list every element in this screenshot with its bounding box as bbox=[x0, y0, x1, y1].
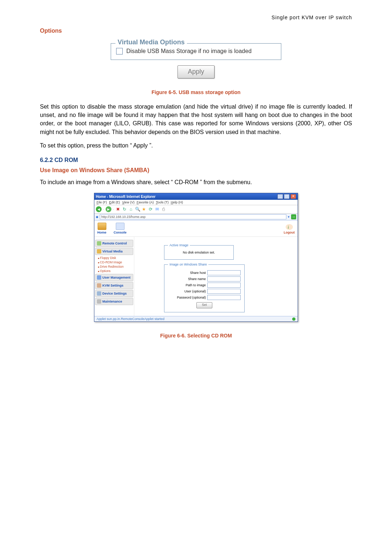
mail-icon[interactable]: ✉ bbox=[155, 207, 160, 212]
address-input[interactable]: http://192.168.10.23/home.asp bbox=[100, 214, 286, 219]
virtual-media-options-fieldset: Virtual Media Options Disable USB Mass S… bbox=[111, 43, 281, 60]
status-dot-icon bbox=[292, 317, 295, 321]
active-image-fieldset: Active Image No disk emulation set. bbox=[164, 243, 234, 260]
maintenance-icon bbox=[97, 299, 101, 304]
ie-toolbar: ◄· ►· ✖ ↻ ⌂ 🔍 ★ ⟳ ✉ ⎙ bbox=[94, 205, 298, 214]
sidebar-sub-options[interactable]: Options bbox=[95, 269, 133, 273]
path-input[interactable] bbox=[207, 283, 241, 288]
sidebar-item-remote-control[interactable]: Remote Control bbox=[95, 240, 133, 247]
paragraph-1: Set this option to disable the mass stor… bbox=[40, 102, 352, 136]
home-icon[interactable]: ⌂ bbox=[128, 207, 134, 212]
figure-6-5-caption: Figure 6-5. USB mass storage option bbox=[40, 89, 352, 95]
user-label: User (optional) bbox=[184, 289, 206, 293]
paragraph-3: To include an image from a Windows share… bbox=[40, 178, 352, 186]
back-icon[interactable]: ◄ bbox=[96, 206, 102, 212]
heading-622: 6.2.2 CD ROM bbox=[40, 157, 352, 163]
user-mgmt-icon bbox=[97, 275, 101, 280]
active-image-msg: No disk emulation set. bbox=[168, 250, 230, 256]
heading-samba: Use Image on Windows Share (SAMBA) bbox=[40, 167, 352, 174]
remote-control-icon bbox=[97, 241, 101, 246]
menu-help[interactable]: Help (H) bbox=[171, 200, 183, 204]
status-text: Applet sun.pp.in.RemoteConsoleApplet sta… bbox=[97, 317, 164, 321]
sidebar-sub-cdrom[interactable]: CD-ROM Image bbox=[95, 260, 133, 264]
virtual-media-icon bbox=[97, 249, 101, 254]
set-button[interactable]: Set bbox=[196, 302, 212, 308]
share-name-label: Share name bbox=[188, 277, 206, 281]
sidebar-remote-control-label: Remote Control bbox=[102, 242, 127, 245]
main-pane: Active Image No disk emulation set. Imag… bbox=[134, 237, 298, 316]
kvm-icon bbox=[97, 283, 101, 288]
winshare-fieldset: Image on Windows Share Share host Share … bbox=[164, 263, 245, 312]
figure-6-5: Virtual Media Options Disable USB Mass S… bbox=[111, 43, 281, 78]
ie-status-bar: Applet sun.pp.in.RemoteConsoleApplet sta… bbox=[94, 316, 298, 321]
nav-console[interactable]: Console bbox=[114, 223, 127, 234]
sidebar-item-virtual-media[interactable]: Virtual Media bbox=[95, 248, 133, 255]
history-icon[interactable]: ⟳ bbox=[148, 207, 153, 212]
ie-page: Home Console Logout Remote Control bbox=[94, 220, 298, 316]
sidebar-maintenance-label: Maintenance bbox=[102, 300, 122, 303]
favorites-icon[interactable]: ★ bbox=[142, 207, 147, 212]
disable-usb-checkbox[interactable] bbox=[116, 48, 123, 54]
sidebar-kvm-label: KVM Settings bbox=[102, 284, 123, 287]
share-name-input[interactable] bbox=[207, 276, 241, 281]
share-host-input[interactable] bbox=[207, 270, 241, 275]
sidebar-virtual-media-label: Virtual Media bbox=[102, 250, 123, 253]
disable-usb-row: Disable USB Mass Storage if no image is … bbox=[116, 48, 276, 54]
nav-console-label: Console bbox=[114, 231, 127, 234]
sidebar-item-maintenance[interactable]: Maintenance bbox=[95, 298, 133, 305]
forward-icon[interactable]: ► bbox=[106, 206, 111, 212]
stop-icon[interactable]: ✖ bbox=[115, 207, 121, 212]
search-icon[interactable]: 🔍 bbox=[135, 207, 140, 212]
active-image-legend: Active Image bbox=[168, 243, 190, 247]
user-input[interactable] bbox=[207, 289, 241, 294]
nav-home[interactable]: Home bbox=[97, 223, 106, 234]
path-label: Path to image bbox=[185, 283, 206, 287]
device-icon bbox=[97, 291, 101, 296]
menu-edit[interactable]: Edit (E) bbox=[109, 200, 120, 204]
sidebar-item-user-mgmt[interactable]: User Management bbox=[95, 274, 133, 281]
share-host-label: Share host bbox=[190, 271, 206, 275]
nav-home-label: Home bbox=[97, 231, 106, 234]
address-icon: ◆ bbox=[96, 215, 98, 219]
sidebar-sub-floppy[interactable]: Floppy Disk bbox=[95, 256, 133, 260]
ie-title-text: Home - Microsoft Internet Explorer bbox=[96, 195, 155, 199]
print-icon[interactable]: ⎙ bbox=[161, 207, 166, 212]
maximize-button[interactable]: □ bbox=[284, 194, 290, 199]
sidebar-sub-drive[interactable]: Drive Redirection bbox=[95, 264, 133, 269]
virtual-media-options-legend: Virtual Media Options bbox=[115, 39, 187, 46]
menu-tools[interactable]: Tools (T) bbox=[156, 200, 168, 204]
menu-view[interactable]: View (V) bbox=[122, 200, 135, 204]
sidebar-item-device[interactable]: Device Settings bbox=[95, 290, 133, 297]
password-input[interactable] bbox=[207, 295, 241, 300]
close-button[interactable]: × bbox=[290, 194, 296, 199]
page-header-right: Single port KVM over IP switch bbox=[40, 15, 352, 20]
sidebar-device-label: Device Settings bbox=[102, 292, 127, 295]
password-label: Password (optional) bbox=[177, 296, 206, 299]
figure-6-6-caption: Figure 6-6. Selecting CD ROM bbox=[40, 333, 352, 339]
disable-usb-label: Disable USB Mass Storage if no image is … bbox=[126, 48, 252, 54]
paragraph-2: To set this option, press the button “ A… bbox=[40, 141, 352, 150]
minimize-button[interactable]: _ bbox=[277, 194, 283, 199]
logout-icon bbox=[286, 224, 293, 230]
address-dropdown-icon[interactable]: ▾ bbox=[288, 215, 290, 219]
nav-logout[interactable]: Logout bbox=[284, 224, 295, 234]
apply-button[interactable]: Apply bbox=[177, 65, 215, 78]
winshare-legend: Image on Windows Share bbox=[168, 263, 208, 266]
menu-favorite[interactable]: Favorite (A) bbox=[136, 200, 154, 204]
sidebar: Remote Control Virtual Media Floppy Disk… bbox=[94, 237, 134, 316]
sidebar-user-mgmt-label: User Management bbox=[102, 276, 131, 279]
ie-window: Home - Microsoft Internet Explorer _ □ ×… bbox=[94, 193, 298, 322]
ie-address-bar: ◆ http://192.168.10.23/home.asp ▾ → bbox=[94, 214, 298, 220]
ie-menubar: File (F) Edit (E) View (V) Favorite (A) … bbox=[94, 200, 298, 205]
refresh-icon[interactable]: ↻ bbox=[122, 207, 127, 212]
console-nav-icon bbox=[116, 223, 124, 230]
sidebar-item-kvm[interactable]: KVM Settings bbox=[95, 282, 133, 289]
nav-logout-label: Logout bbox=[284, 231, 295, 234]
go-button[interactable]: → bbox=[291, 214, 296, 219]
ie-titlebar: Home - Microsoft Internet Explorer _ □ × bbox=[94, 193, 298, 200]
topnav: Home Console Logout bbox=[94, 220, 298, 237]
heading-options: Options bbox=[40, 28, 352, 34]
menu-file[interactable]: File (F) bbox=[97, 200, 107, 204]
home-nav-icon bbox=[98, 223, 106, 230]
